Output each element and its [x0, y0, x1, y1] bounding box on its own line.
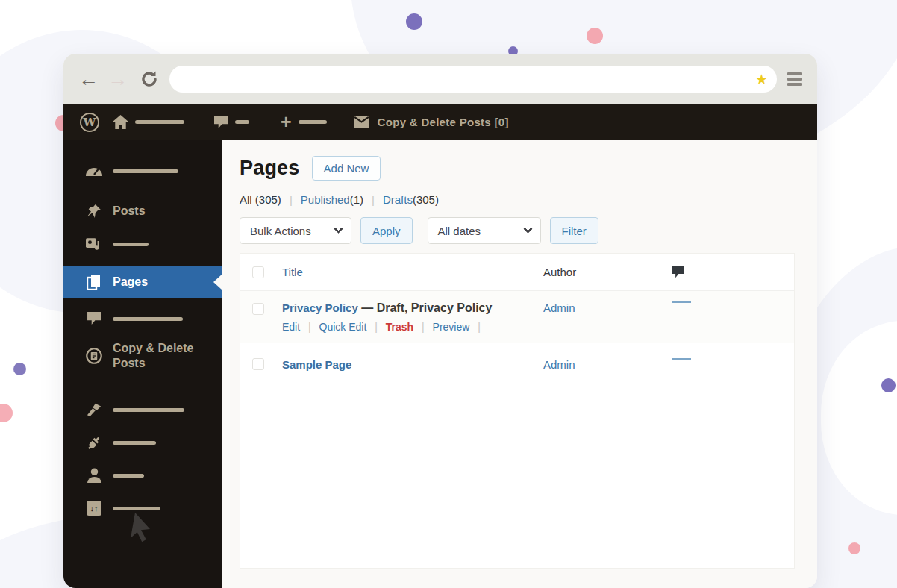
admin-bar-plugin-link[interactable]: Copy & Delete Posts [0] [354, 116, 509, 128]
action-divider: | [308, 321, 311, 333]
sidebar-item-users[interactable] [63, 459, 222, 492]
comments-placeholder [672, 301, 691, 303]
edit-action-link[interactable]: Edit [282, 321, 300, 333]
sidebar-item-comments[interactable] [63, 302, 222, 335]
admin-sidebar: Posts Pa [63, 140, 222, 588]
view-drafts-label: Drafts [383, 193, 413, 206]
view-published-link[interactable]: Published(1) [301, 193, 363, 206]
admin-bar-new[interactable]: + [281, 113, 327, 131]
sidebar-item-label: Posts [113, 204, 146, 218]
action-divider: | [375, 321, 378, 333]
row-actions-row: Edit | Quick Edit | Trash | Preview | [240, 315, 794, 343]
sidebar-item-media[interactable] [63, 228, 222, 260]
title-column-header[interactable]: Title [282, 266, 543, 278]
comments-placeholder [672, 358, 691, 360]
author-link[interactable]: Admin [543, 301, 672, 314]
decor-dot-pink [848, 542, 860, 554]
bulk-actions-value: Bulk Actions [250, 225, 311, 237]
sidebar-label-placeholder [113, 317, 183, 321]
admin-bar-comments[interactable] [214, 116, 249, 129]
new-label-placeholder [299, 120, 327, 124]
sidebar-item-label: Pages [113, 275, 148, 289]
preview-action-link[interactable]: Preview [433, 321, 470, 333]
view-all-link[interactable]: All (305) [240, 193, 281, 206]
action-divider: | [478, 321, 481, 333]
quick-edit-action-link[interactable]: Quick Edit [319, 321, 367, 333]
sidebar-item-copy-delete-posts[interactable]: Copy & Delete Posts [63, 335, 222, 377]
decor-dot-purple [881, 378, 896, 392]
active-item-notch [213, 275, 222, 290]
view-drafts-link[interactable]: Drafts(305) [383, 193, 439, 206]
view-drafts-count: (305) [413, 193, 439, 206]
action-divider: | [422, 321, 425, 333]
select-all-checkbox[interactable] [252, 266, 264, 278]
row-checkbox[interactable] [252, 303, 264, 315]
admin-bar: W + Copy & Delete Posts [0] [63, 104, 817, 140]
sidebar-item-dashboard[interactable] [63, 154, 222, 187]
comments-column-header [672, 266, 794, 278]
page-link[interactable]: Sample Page [282, 358, 543, 371]
bulk-actions-select[interactable]: Bulk Actions [240, 217, 351, 244]
media-icon [86, 237, 102, 251]
sidebar-item-posts[interactable]: Posts [63, 195, 222, 228]
bookmark-star-icon[interactable]: ★ [755, 72, 768, 87]
dates-filter-value: All dates [438, 225, 481, 237]
document-circle-icon [86, 347, 102, 365]
sidebar-item-appearance[interactable] [63, 393, 222, 426]
pages-admin-content: Pages Add New All (305) | Published(1) |… [222, 140, 817, 588]
sidebar-item-pages[interactable]: Pages [63, 266, 222, 298]
comment-count-placeholder [235, 120, 249, 124]
apply-button[interactable]: Apply [360, 217, 413, 244]
list-toolbar: Bulk Actions Apply All dates Filter [240, 217, 795, 244]
page-title: Pages [240, 157, 300, 180]
view-filter-links: All (305) | Published(1) | Drafts(305) [240, 193, 795, 206]
comment-bubble-icon [214, 116, 228, 129]
sidebar-gap [63, 377, 222, 393]
sidebar-label-placeholder [113, 243, 149, 246]
decor-dot-pink [587, 28, 603, 44]
paintbrush-icon [86, 402, 102, 417]
chevron-down-icon [334, 224, 343, 234]
view-published-label: Published [301, 193, 350, 206]
site-name-placeholder [135, 120, 184, 124]
decor-dot-purple [13, 363, 26, 375]
row-checkbox[interactable] [252, 358, 264, 370]
url-bar[interactable]: ★ [169, 66, 777, 93]
browser-menu-icon[interactable] [787, 72, 802, 86]
plus-icon: + [281, 113, 292, 131]
sidebar-label-placeholder [113, 441, 156, 445]
refresh-icon[interactable] [140, 69, 159, 89]
back-icon[interactable]: ← [78, 69, 99, 90]
forward-icon[interactable]: → [107, 69, 128, 90]
view-published-count: (1) [350, 193, 363, 206]
plugin-link-label: Copy & Delete Posts [0] [378, 116, 509, 128]
trash-action-link[interactable]: Trash [386, 321, 413, 333]
wordpress-logo-icon[interactable]: W [80, 113, 99, 132]
admin-bar-site[interactable] [113, 115, 184, 129]
table-row: Sample Page Admin [240, 343, 794, 383]
view-divider: | [290, 193, 293, 206]
sidebar-item-plugins[interactable] [63, 426, 222, 459]
view-all-label: All [240, 193, 252, 206]
settings-sliders-icon: ↓↑ [86, 501, 102, 516]
dates-filter-select[interactable]: All dates [428, 217, 541, 244]
author-link[interactable]: Admin [543, 358, 672, 371]
sidebar-label-placeholder [113, 474, 144, 478]
table-header-row: Title Author [240, 254, 794, 291]
browser-window: ← → ★ W + [63, 54, 817, 588]
browser-toolbar: ← → ★ [63, 54, 817, 104]
sidebar-label-placeholder [113, 408, 184, 412]
decor-dot-pink [0, 404, 13, 422]
add-new-button[interactable]: Add New [312, 156, 381, 181]
sidebar-label-placeholder [113, 169, 178, 173]
sidebar-item-label: Copy & Delete Posts [113, 341, 202, 371]
filter-button[interactable]: Filter [550, 217, 598, 244]
pages-icon [86, 275, 102, 290]
table-row: Privacy Policy — Draft, Privacy Policy A… [240, 291, 794, 315]
page-link[interactable]: Privacy Policy [282, 301, 358, 314]
comment-bubble-icon [86, 312, 102, 325]
dashboard-gauge-icon [86, 166, 102, 176]
pushpin-icon [86, 204, 102, 219]
user-icon [86, 468, 102, 483]
home-icon [113, 115, 128, 129]
